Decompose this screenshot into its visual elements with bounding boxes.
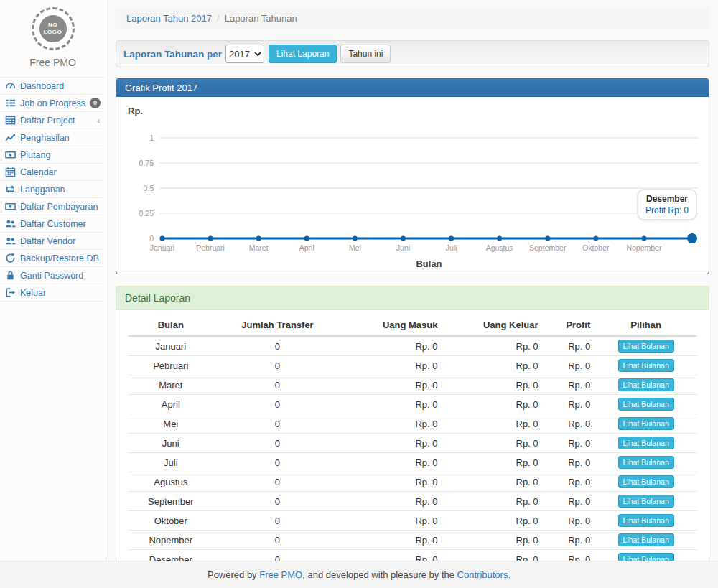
cell-action: Lihat Bulanan [595, 531, 697, 550]
cell-uang-keluar: Rp. 0 [442, 492, 542, 511]
cell-transfer-count: 0 [214, 472, 342, 492]
cell-profit: Rp. 0 [543, 356, 595, 375]
table-row: Januari0Rp. 0Rp. 0Rp. 0Lihat Bulanan [128, 336, 697, 356]
cell-uang-keluar: Rp. 0 [442, 414, 542, 434]
lihat-bulanan-button[interactable]: Lihat Bulanan [618, 475, 674, 488]
year-select[interactable]: 2017 [225, 45, 264, 63]
sidebar-item-label: Dashboard [20, 81, 64, 91]
lihat-bulanan-button[interactable]: Lihat Bulanan [618, 456, 674, 469]
svg-text:0.5: 0.5 [143, 184, 154, 192]
cell-profit: Rp. 0 [543, 492, 595, 511]
cell-transfer-count: 0 [214, 395, 342, 414]
sidebar-item-label: Piutang [20, 150, 50, 160]
lihat-bulanan-button[interactable]: Lihat Bulanan [618, 398, 674, 411]
retweet-icon [5, 184, 16, 195]
sidebar-item-label: Calendar [20, 167, 57, 177]
sidebar-item-backup-restore[interactable]: Backup/Restore DB [0, 250, 106, 267]
table-row: Juni0Rp. 0Rp. 0Rp. 0Lihat Bulanan [128, 434, 697, 453]
cell-uang-keluar: Rp. 0 [442, 395, 542, 414]
sidebar-item-langganan[interactable]: Langganan [0, 181, 106, 198]
lihat-bulanan-button[interactable]: Lihat Bulanan [618, 340, 674, 353]
lihat-bulanan-button[interactable]: Lihat Bulanan [618, 514, 674, 527]
tooltip-month: Desember [645, 194, 689, 204]
lihat-bulanan-button[interactable]: Lihat Bulanan [618, 359, 674, 372]
svg-text:Mei: Mei [349, 243, 361, 252]
breadcrumb-link-laporan-tahun[interactable]: Laporan Tahun 2017 [126, 13, 212, 24]
table-row: Maret0Rp. 0Rp. 0Rp. 0Lihat Bulanan [128, 375, 697, 395]
svg-text:April: April [299, 243, 314, 252]
contributors-link[interactable]: Contributors. [457, 569, 510, 580]
lihat-bulanan-button[interactable]: Lihat Bulanan [618, 378, 674, 391]
cell-uang-keluar: Rp. 0 [442, 336, 542, 356]
main-content: Laporan Tahun 2017/Laporan Tahunan Lapor… [107, 0, 718, 588]
cell-action: Lihat Bulanan [595, 434, 697, 453]
refresh-icon [5, 253, 16, 263]
svg-text:1: 1 [149, 134, 154, 142]
cell-uang-keluar: Rp. 0 [442, 356, 542, 375]
sidebar-item-label: Langganan [20, 185, 65, 195]
sidebar-item-piutang[interactable]: Piutang [0, 146, 106, 164]
cell-transfer-count: 0 [214, 434, 342, 453]
breadcrumb-separator: / [217, 13, 220, 24]
lihat-bulanan-button[interactable]: Lihat Bulanan [618, 437, 674, 449]
sidebar-item-daftar-project[interactable]: Daftar Project ‹ [0, 112, 106, 129]
sidebar-item-label: Daftar Customer [20, 219, 86, 229]
sign-out-icon [5, 287, 16, 298]
lihat-laporan-button[interactable]: Lihat Laporan [269, 45, 337, 63]
svg-text:Pebruari: Pebruari [196, 243, 225, 252]
cell-profit: Rp. 0 [543, 375, 595, 395]
lihat-bulanan-button[interactable]: Lihat Bulanan [618, 495, 674, 508]
cell-uang-masuk: Rp. 0 [341, 453, 442, 472]
lihat-bulanan-button[interactable]: Lihat Bulanan [618, 533, 674, 546]
free-pmo-link[interactable]: Free PMO [259, 569, 302, 580]
svg-text:Bulan: Bulan [416, 258, 442, 269]
cell-action: Lihat Bulanan [595, 472, 697, 492]
svg-text:Agustus: Agustus [486, 243, 513, 252]
tahun-ini-button[interactable]: Tahun ini [340, 45, 391, 63]
sidebar-item-daftar-vendor[interactable]: Daftar Vendor [0, 233, 106, 250]
cell-uang-masuk: Rp. 0 [341, 336, 442, 356]
cell-action: Lihat Bulanan [595, 414, 697, 434]
cell-uang-keluar: Rp. 0 [442, 453, 542, 472]
chart-panel-title: Grafik Profit 2017 [116, 79, 709, 97]
sidebar-item-label: Daftar Project [20, 116, 75, 126]
users-icon [5, 218, 16, 229]
chevron-left-icon: ‹ [97, 116, 100, 125]
job-count-badge: 0 [90, 98, 101, 108]
sidebar-item-label: Ganti Password [20, 271, 83, 281]
lock-icon [5, 270, 16, 281]
cell-month: Oktober [128, 511, 214, 531]
cell-month: Juli [128, 453, 214, 472]
cell-action: Lihat Bulanan [595, 336, 697, 356]
cell-profit: Rp. 0 [543, 434, 595, 453]
cell-uang-keluar: Rp. 0 [442, 434, 542, 453]
cell-profit: Rp. 0 [543, 511, 595, 531]
svg-text:0.25: 0.25 [139, 209, 154, 218]
cell-transfer-count: 0 [214, 336, 342, 356]
table-row: Oktober0Rp. 0Rp. 0Rp. 0Lihat Bulanan [128, 511, 697, 531]
lihat-bulanan-button[interactable]: Lihat Bulanan [618, 417, 674, 430]
cell-uang-masuk: Rp. 0 [341, 395, 442, 414]
tooltip-value: Profit Rp: 0 [645, 205, 689, 215]
cell-transfer-count: 0 [214, 356, 342, 375]
sidebar-item-keluar[interactable]: Keluar [0, 284, 106, 302]
toolbar-label: Laporan Tahunan per [123, 49, 222, 60]
money-icon [5, 149, 16, 160]
no-logo-seal: NO LOGO [32, 7, 75, 50]
sidebar-item-penghasilan[interactable]: Penghasilan [0, 129, 106, 146]
sidebar-item-calendar[interactable]: Calendar [0, 164, 106, 181]
cell-action: Lihat Bulanan [595, 453, 697, 472]
sidebar-item-daftar-customer[interactable]: Daftar Customer [0, 215, 106, 233]
sidebar-item-daftar-pembayaran[interactable]: Daftar Pembayaran [0, 198, 106, 215]
sidebar-item-label: Penghasilan [20, 133, 70, 143]
svg-text:Maret: Maret [249, 243, 269, 252]
cell-transfer-count: 0 [214, 492, 342, 511]
profit-chart-svg[interactable]: 10.750.50.250JanuariPebruariMaretAprilMe… [128, 118, 702, 270]
sidebar-item-job-on-progress[interactable]: Job on Progress 0 [0, 95, 106, 112]
sidebar-item-ganti-password[interactable]: Ganti Password [0, 267, 106, 284]
users-icon [5, 235, 16, 246]
cell-transfer-count: 0 [214, 375, 342, 395]
table-row: Agustus0Rp. 0Rp. 0Rp. 0Lihat Bulanan [128, 472, 697, 492]
y-axis-title: Rp. [128, 106, 699, 116]
sidebar-item-dashboard[interactable]: Dashboard [0, 78, 106, 95]
